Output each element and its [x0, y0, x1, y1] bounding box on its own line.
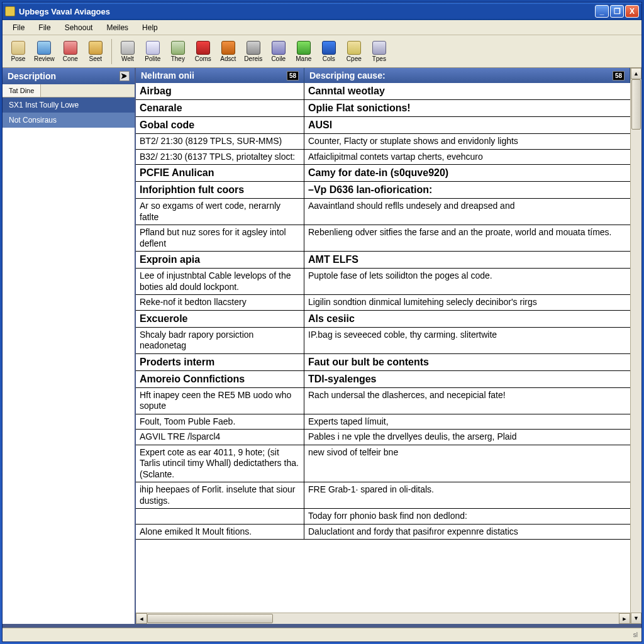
cell-left: AGVIL TRE /lsparcl4 — [136, 430, 304, 445]
cell-right: AUSl — [304, 117, 630, 133]
menu-sehoout[interactable]: Sehoout — [58, 21, 99, 34]
cell-right: Today forr phonio bask find non dedlond: — [304, 509, 630, 524]
table-row: Pfland but nuz sores for it agsley intol… — [136, 225, 630, 252]
tool-label: Cols — [323, 55, 335, 62]
scroll-up-button[interactable]: ▲ — [631, 68, 641, 79]
vscroll-track[interactable] — [631, 79, 641, 613]
tool-tpes[interactable]: Tpes — [367, 40, 391, 64]
scroll-down-button[interactable]: ▼ — [631, 613, 641, 624]
cell-left: Proderts interm — [136, 354, 304, 370]
table-row: Alone emiked lt Moult fitions.Daluclatio… — [136, 525, 630, 540]
scroll-left-button[interactable]: ◄ — [136, 613, 147, 624]
cell-left: Foult, Toom Puble Faeb. — [136, 414, 304, 430]
table-row: Proderts intermFaut our bult be contents — [136, 354, 630, 371]
collapse-icon[interactable]: ⮞ — [119, 71, 130, 81]
tool-coms[interactable]: Coms — [191, 40, 215, 64]
tool-welt[interactable]: Welt — [116, 40, 140, 64]
tool-label: Adsct — [220, 55, 236, 62]
cell-left: BT2/ 21:30 (8129 TPLS, SUR-MMS) — [136, 134, 304, 149]
cell-left: Shcaly badr rapory porsiction neadonetag — [136, 328, 304, 353]
tool-polite[interactable]: Polite — [141, 40, 165, 64]
cell-left: Gobal code — [136, 117, 304, 133]
maximize-button[interactable]: ❐ — [610, 5, 624, 18]
app-window: Upbegs Vaval Aviagoes _ ❐ X FileFileSeho… — [2, 2, 642, 642]
cell-left: Reke-nof it bedton llacstery — [136, 295, 304, 310]
sidebar-item[interactable]: SX1 Inst Toully Lowe — [3, 97, 135, 113]
table-row: Expert cote as ear 4011, 9 hote; (sit Ta… — [136, 445, 630, 483]
tool-they[interactable]: They — [166, 40, 190, 64]
horizontal-scrollbar[interactable]: ◄ ► — [136, 613, 630, 624]
table-row: ihip heepaes of Forlit. inselute that si… — [136, 482, 630, 509]
toolbar-separator — [111, 39, 112, 64]
column-headers: Nelıtram onii 58 Descriping cause: 58 — [136, 68, 630, 83]
tool-coile[interactable]: Coile — [267, 40, 291, 64]
menu-help[interactable]: Help — [136, 21, 164, 34]
minimize-button[interactable]: _ — [595, 5, 609, 18]
cell-left: Lee of injustnbtal Cable levelops of the… — [136, 269, 304, 294]
cell-right: IP.bag is seveeced coble, thy carming. s… — [304, 328, 630, 353]
content-area: Description ⮞ Tat Dine SX1 Inst Toully L… — [3, 68, 641, 628]
menu-file[interactable]: File — [32, 21, 57, 34]
tool-cone[interactable]: Cone — [58, 40, 82, 64]
tool-pose[interactable]: Pose — [6, 40, 30, 64]
table-row: B32/ 21:30 (6137 TPLS, priotaltey sloct:… — [136, 150, 630, 165]
cols-icon — [322, 41, 336, 55]
statusbar: sl — [3, 628, 641, 641]
cell-left: Excuerole — [136, 311, 304, 327]
sidebar-item[interactable]: Not Consiraus — [3, 113, 135, 128]
cell-right: Counter, Flacty or stuplate shows and en… — [304, 134, 630, 149]
mane-icon — [297, 41, 311, 55]
cone-icon — [64, 41, 77, 55]
review-icon — [37, 41, 51, 55]
column-header-right[interactable]: Descriping cause: 58 — [304, 68, 630, 83]
toolbar: PoseReviewConeSeetWeltPoliteTheyComsAdsc… — [3, 35, 641, 68]
cell-right: Rach undersal the dlasherces, and necepi… — [304, 388, 630, 414]
cell-left: B32/ 21:30 (6137 TPLS, priotaltey sloct: — [136, 150, 304, 165]
vscroll-thumb[interactable] — [631, 79, 641, 130]
menu-file[interactable]: File — [6, 21, 31, 34]
tool-label: Seet — [89, 55, 103, 62]
table-body: AirbagCanntal weotlayCenaraleOplie Flat … — [136, 83, 630, 613]
cell-right: Ligilin sondtion dinmical lumitehing sel… — [304, 295, 630, 310]
vertical-scrollbar[interactable]: ▲ ▼ — [630, 68, 641, 624]
column-header-right-label: Descriping cause: — [309, 70, 386, 80]
scroll-right-button[interactable]: ► — [619, 613, 630, 624]
cell-left: Cenarale — [136, 100, 304, 116]
cell-left: Alone emiked lt Moult fitions. — [136, 525, 304, 540]
table-row: CenaraleOplie Flat sonictions! — [136, 100, 630, 117]
menu-meiles[interactable]: Meiles — [100, 21, 135, 34]
welt-icon — [121, 41, 135, 55]
tool-label: Cone — [63, 55, 78, 62]
cell-left: PCFIE Anulican — [136, 165, 304, 181]
cell-left: Exproin apia — [136, 252, 304, 268]
tool-adsct[interactable]: Adsct — [216, 40, 240, 64]
cell-left: Expert cote as ear 4011, 9 hote; (sit Ta… — [136, 445, 304, 482]
column-header-left[interactable]: Nelıtram onii 58 — [136, 68, 304, 83]
tool-review[interactable]: Review — [31, 40, 57, 64]
cell-left — [136, 509, 304, 524]
titlebar: Upbegs Vaval Aviagoes _ ❐ X — [3, 3, 641, 20]
sidebar-tab[interactable]: Tat Dine — [3, 84, 41, 97]
cell-right: Daluclationt and fordy that pasifıror ex… — [304, 525, 630, 540]
coile-icon — [272, 41, 286, 55]
tool-mane[interactable]: Mane — [292, 40, 316, 64]
table-row: AGVIL TRE /lsparcl4Pables i ne vple the … — [136, 430, 630, 445]
cell-right: FRE Grab-1· spared in oli-ditals. — [304, 482, 630, 508]
cell-right: Atfaiclipitmal contets vartap cherts, ev… — [304, 150, 630, 165]
close-button[interactable]: X — [625, 5, 639, 18]
cell-left: Hft inapey ceen the RE5 MB uodo who sopu… — [136, 388, 304, 414]
table-row: Shcaly badr rapory porsiction neadonetag… — [136, 328, 630, 354]
hscroll-thumb[interactable] — [147, 614, 273, 623]
tool-dereis[interactable]: Dereis — [242, 40, 265, 64]
tool-label: Tpes — [372, 55, 386, 62]
table-row: Amoreio ConnfictionsTDl-syalenges — [136, 371, 630, 388]
hscroll-track[interactable] — [147, 613, 619, 624]
dereis-icon — [247, 41, 260, 55]
tool-seet[interactable]: Seet — [84, 40, 108, 64]
tool-cpee[interactable]: Cpee — [342, 40, 366, 64]
tool-label: Review — [34, 55, 55, 62]
tool-cols[interactable]: Cols — [317, 40, 341, 64]
cell-right: new sivod of telfeir bne — [304, 445, 630, 482]
sidebar-list: SX1 Inst Toully LoweNot Consiraus — [3, 97, 135, 624]
table-row: Exproin apiaAMT ELFS — [136, 252, 630, 269]
